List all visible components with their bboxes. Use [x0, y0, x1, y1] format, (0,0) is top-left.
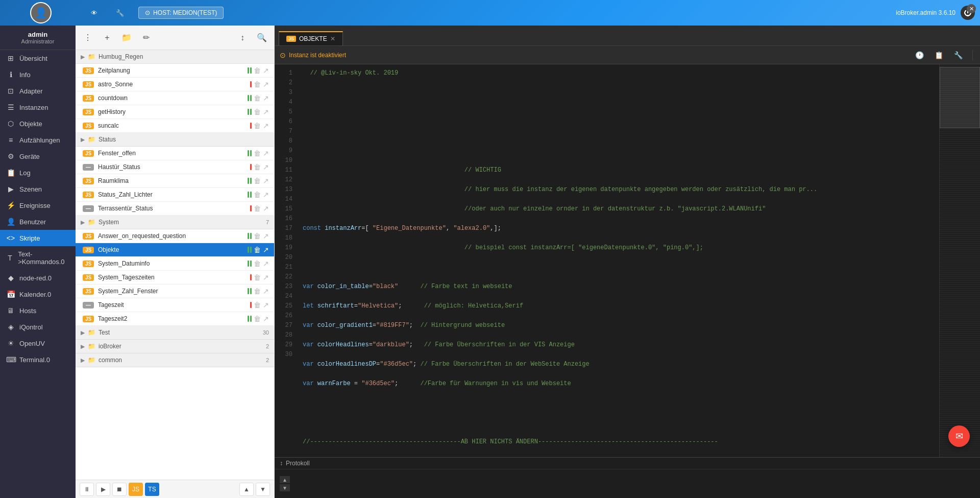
open-button[interactable]: ↗ — [263, 94, 269, 102]
script-item-system-datuminfo[interactable]: JS System_Datuminfo 🗑 ↗ — [76, 257, 274, 271]
open-button[interactable]: ↗ — [263, 204, 269, 212]
log-expand-icon[interactable]: ↕ — [280, 460, 283, 467]
delete-button[interactable]: 🗑 — [254, 108, 261, 116]
script-item-raumklima[interactable]: JS Raumklima 🗑 ↗ — [76, 174, 274, 188]
delete-button[interactable]: 🗑 — [254, 163, 261, 171]
scroll-up-button[interactable]: ▲ — [239, 483, 254, 496]
minimap-viewport[interactable] — [940, 67, 980, 128]
script-item-tageszeit[interactable]: — Tageszeit 🗑 ↗ — [76, 298, 274, 312]
menu-button[interactable]: ⋮ — [80, 30, 96, 46]
script-item-status-zahl-lichter[interactable]: JS Status_Zahl_Lichter 🗑 ↗ — [76, 188, 274, 202]
script-item-tageszeit2[interactable]: JS Tageszeit2 🗑 ↗ — [76, 312, 274, 326]
sidebar-item-text-commands[interactable]: T Text->Kommandos.0 — [0, 246, 76, 270]
group-header-status[interactable]: ▶ 📁 Status — [76, 133, 274, 147]
delete-button[interactable]: 🗑 — [254, 149, 261, 157]
play-button[interactable]: ▶ — [96, 483, 110, 496]
history-button[interactable]: 🕐 — [912, 48, 926, 62]
stop-button[interactable]: ⏹ — [112, 483, 127, 496]
tab-objekte[interactable]: JS OBJEKTE ✕ — [279, 31, 343, 45]
script-item-astro-sonne[interactable]: JS astro_Sonne 🗑 ↗ — [76, 78, 274, 91]
open-button[interactable]: ↗ — [263, 108, 269, 116]
script-item-haustur-status[interactable]: — Haustür_Status 🗑 ↗ — [76, 160, 274, 174]
settings-button[interactable]: 🔧 — [951, 48, 965, 62]
code-content[interactable]: // @Liv-in-sky Okt. 2019 // WICHTIG // h… — [298, 64, 939, 457]
script-item-zeitplanung[interactable]: JS Zeitplanung 🗑 ↗ — [76, 64, 274, 78]
group-header-iobroker[interactable]: ▶ 📁 ioBroker 2 — [76, 340, 274, 353]
script-item-terrassentur-status[interactable]: — Terrassentür_Status 🗑 ↗ — [76, 202, 274, 216]
script-item-fenster-offen[interactable]: JS Fenster_offen 🗑 ↗ — [76, 147, 274, 160]
js-button[interactable]: JS — [129, 483, 143, 496]
open-button[interactable]: ↗ — [263, 80, 269, 88]
sidebar-item-info[interactable]: ℹ Info — [0, 66, 76, 83]
rename-button[interactable]: ✏ — [138, 30, 154, 46]
close-button[interactable]: ✕ — [967, 4, 976, 13]
open-button[interactable]: ↗ — [263, 163, 269, 171]
delete-button[interactable]: 🗑 — [254, 191, 261, 199]
script-item-system-zahl-fenster[interactable]: JS System_Zahl_Fenster 🗑 ↗ — [76, 284, 274, 298]
fab-button[interactable]: ✉ — [948, 425, 970, 447]
add-folder-button[interactable]: 📁 — [118, 30, 135, 46]
delete-button[interactable]: 🗑 — [254, 204, 261, 212]
log-scroll-down-button[interactable]: ▼ — [280, 484, 290, 491]
clipboard-button[interactable]: 📋 — [932, 48, 946, 62]
sidebar-item-scripts[interactable]: <> Skripte — [0, 230, 76, 246]
delete-button[interactable]: 🗑 — [254, 122, 261, 130]
open-button[interactable]: ↗ — [263, 232, 269, 240]
log-scroll-up-button[interactable]: ▲ — [280, 476, 290, 483]
open-button[interactable]: ↗ — [263, 246, 269, 254]
open-button[interactable]: ↗ — [263, 177, 269, 185]
open-button[interactable]: ↗ — [263, 301, 269, 309]
delete-button[interactable]: 🗑 — [254, 273, 261, 281]
delete-button[interactable]: 🗑 — [254, 94, 261, 102]
script-item-objekte[interactable]: JS Objekte 🗑 ↗ — [76, 243, 274, 257]
delete-button[interactable]: 🗑 — [254, 177, 261, 185]
open-button[interactable]: ↗ — [263, 287, 269, 295]
script-item-countdown[interactable]: JS countdown 🗑 ↗ — [76, 91, 274, 105]
group-header-system[interactable]: ▶ 📁 System 7 — [76, 216, 274, 229]
sidebar-item-enums[interactable]: ≡ Aufzählungen — [0, 132, 76, 148]
open-button[interactable]: ↗ — [263, 191, 269, 199]
sidebar-item-objects[interactable]: ⬡ Objekte — [0, 115, 76, 132]
sidebar-item-iqontrol[interactable]: ◈ iQontrol — [0, 319, 76, 335]
add-script-button[interactable]: + — [99, 30, 115, 46]
sidebar-item-instances[interactable]: ☰ Instanzen — [0, 99, 76, 115]
open-button[interactable]: ↗ — [263, 149, 269, 157]
sidebar-item-hosts[interactable]: 🖥 Hosts — [0, 302, 76, 319]
delete-button[interactable]: 🗑 — [254, 315, 261, 323]
delete-button[interactable]: 🗑 — [254, 259, 261, 268]
script-item-answer[interactable]: JS Answer_on_requested_question 🗑 ↗ — [76, 229, 274, 243]
sidebar-item-adapter[interactable]: ⊡ Adapter — [0, 83, 76, 99]
ts-button[interactable]: TS — [145, 483, 159, 496]
script-item-suncalc[interactable]: JS suncalc 🗑 ↗ — [76, 119, 274, 133]
script-item-gethistory[interactable]: JS getHistory 🗑 ↗ — [76, 105, 274, 119]
eye-nav-btn[interactable]: 👁 — [87, 7, 102, 19]
delete-button[interactable]: 🗑 — [254, 246, 261, 254]
sidebar-item-events[interactable]: ⚡ Ereignisse — [0, 197, 76, 214]
sidebar-item-terminal[interactable]: ⌨ Terminal.0 — [0, 351, 76, 368]
group-header-common[interactable]: ▶ 📁 common 2 — [76, 353, 274, 367]
sidebar-item-log[interactable]: 📋 Log — [0, 164, 76, 181]
search-button[interactable]: 🔍 — [254, 30, 270, 46]
group-header-test[interactable]: ▶ 📁 Test 30 — [76, 326, 274, 340]
sidebar-item-devices[interactable]: ⚙ Geräte — [0, 148, 76, 164]
delete-button[interactable]: 🗑 — [254, 287, 261, 295]
script-item-system-tageszeiten[interactable]: JS System_Tageszeiten 🗑 ↗ — [76, 271, 274, 284]
sort-button[interactable]: ↕ — [234, 30, 251, 46]
sidebar-item-users[interactable]: 👤 Benutzer — [0, 214, 76, 230]
pause-button[interactable]: ⏸ — [80, 483, 94, 496]
delete-button[interactable]: 🗑 — [254, 80, 261, 88]
open-button[interactable]: ↗ — [263, 66, 269, 75]
sidebar-item-overview[interactable]: ⊞ Übersicht — [0, 50, 76, 66]
delete-button[interactable]: 🗑 — [254, 232, 261, 240]
wrench-nav-btn[interactable]: 🔧 — [112, 7, 128, 19]
scroll-down-button[interactable]: ▼ — [256, 483, 270, 496]
sidebar-item-scenes[interactable]: ▶ Szenen — [0, 181, 76, 197]
open-button[interactable]: ↗ — [263, 315, 269, 323]
open-button[interactable]: ↗ — [263, 273, 269, 281]
group-header-humbug[interactable]: ▶ 📁 Humbug_Regen — [76, 50, 274, 64]
open-button[interactable]: ↗ — [263, 122, 269, 130]
tab-close-button[interactable]: ✕ — [330, 35, 335, 42]
delete-button[interactable]: 🗑 — [254, 301, 261, 309]
delete-button[interactable]: 🗑 — [254, 66, 261, 75]
sidebar-item-calendar[interactable]: 📅 Kalender.0 — [0, 286, 76, 302]
